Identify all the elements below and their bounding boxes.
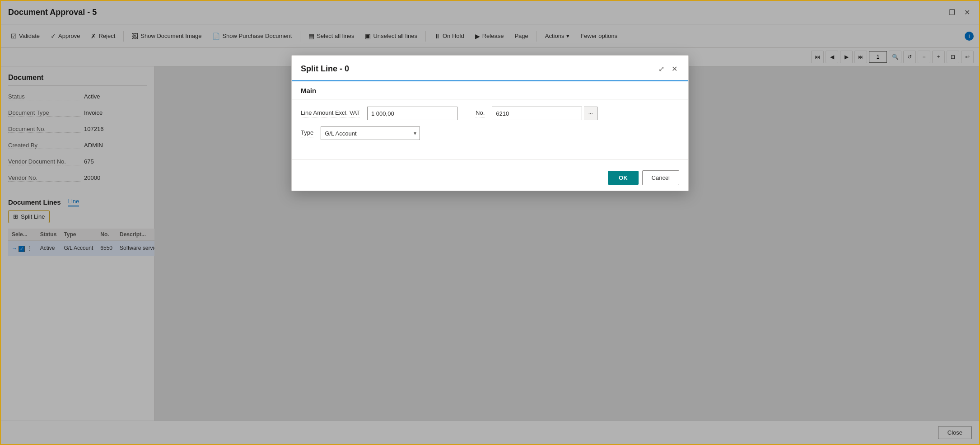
type-label: Type xyxy=(301,129,313,137)
split-line-modal: Split Line - 0 ⤢ ✕ Main Line Amount Excl… xyxy=(291,55,689,191)
modal-row-type: Type G/L Account Item Resource Fixed Ass… xyxy=(301,126,679,140)
modal-overlay: Split Line - 0 ⤢ ✕ Main Line Amount Excl… xyxy=(1,1,979,444)
no-browse-button[interactable]: ··· xyxy=(584,107,597,120)
modal-section-label: Main xyxy=(292,81,688,99)
cancel-button[interactable]: Cancel xyxy=(642,170,679,185)
no-field: ··· xyxy=(492,107,597,120)
modal-body: Line Amount Excl. VAT No. ··· Type G/L A… xyxy=(292,99,688,154)
modal-footer: OK Cancel xyxy=(292,165,688,191)
no-input[interactable] xyxy=(492,107,582,120)
line-amount-label: Line Amount Excl. VAT xyxy=(301,109,360,117)
modal-close-button[interactable]: ✕ xyxy=(670,63,679,75)
line-amount-input[interactable] xyxy=(367,107,457,120)
modal-title: Split Line - 0 xyxy=(301,64,349,74)
modal-header: Split Line - 0 ⤢ ✕ xyxy=(292,56,688,81)
no-label: No. xyxy=(476,109,485,117)
type-select-wrapper: G/L Account Item Resource Fixed Asset Ch… xyxy=(321,126,420,140)
ok-button[interactable]: OK xyxy=(608,171,639,185)
main-window: Document Approval - 5 ❐ ✕ ☑ Validate ✓ A… xyxy=(0,0,980,445)
modal-expand-button[interactable]: ⤢ xyxy=(657,63,666,75)
modal-row-line-amount: Line Amount Excl. VAT No. ··· xyxy=(301,107,679,120)
type-select[interactable]: G/L Account Item Resource Fixed Asset Ch… xyxy=(321,126,420,140)
modal-header-controls: ⤢ ✕ xyxy=(657,63,679,75)
modal-divider xyxy=(292,159,688,159)
